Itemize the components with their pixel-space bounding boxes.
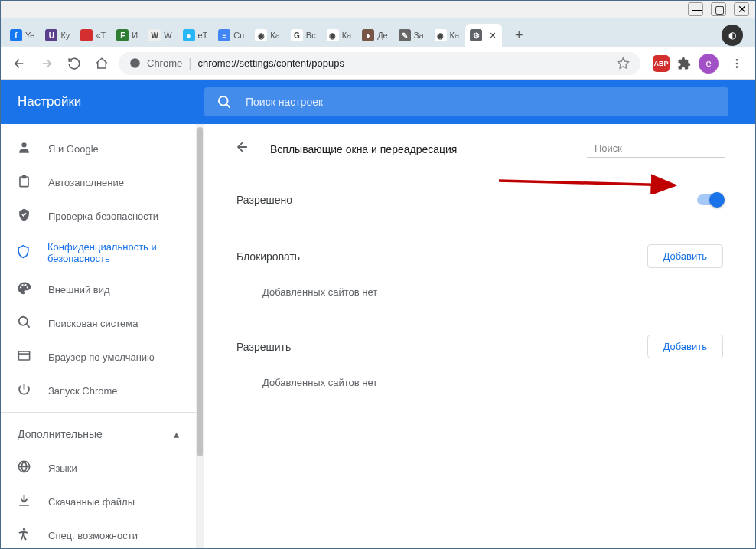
browser-tab[interactable]: FИ	[112, 24, 142, 47]
tab-title: Вс	[306, 31, 316, 40]
tab-title: Ка	[270, 31, 280, 40]
tab-favicon: ⚙	[470, 29, 482, 41]
settings-header: Настройки	[1, 80, 755, 124]
sidebar-scrollbar[interactable]	[197, 124, 204, 549]
shield-check-icon	[16, 208, 31, 224]
block-add-button[interactable]: Добавить	[647, 244, 723, 268]
back-button[interactable]	[8, 53, 30, 74]
browser-tab[interactable]: ⚙×	[465, 24, 502, 47]
sidebar-item[interactable]: Внешний вид	[1, 273, 196, 306]
svg-point-4	[219, 96, 228, 106]
bookmark-star-icon[interactable]	[617, 57, 630, 70]
sidebar-item[interactable]: Языки	[1, 451, 196, 485]
close-window-button[interactable]: ✕	[734, 2, 749, 16]
sidebar-item-label: Проверка безопасности	[48, 211, 158, 222]
tab-title: Ку	[60, 31, 70, 40]
browser-tab[interactable]: ≡Сп	[213, 24, 249, 47]
minimize-button[interactable]: —	[688, 2, 703, 16]
profile-avatar[interactable]: e	[699, 54, 719, 74]
url-origin-label: Chrome	[147, 57, 182, 69]
sidebar-item[interactable]: Я и Google	[1, 132, 196, 165]
person-icon	[16, 140, 31, 157]
browser-tab[interactable]: ◉Ка	[430, 24, 464, 47]
tab-favicon: ◉	[255, 29, 267, 41]
page-back-button[interactable]	[235, 139, 253, 158]
settings-search-box[interactable]	[204, 87, 728, 116]
sidebar-item[interactable]: Скачанные файлы	[1, 485, 196, 518]
block-empty-message: Добавленных сайтов нет	[235, 279, 725, 306]
home-button[interactable]	[91, 53, 112, 74]
sidebar-item-label: Спец. возможности	[48, 530, 138, 541]
browser-tab[interactable]: ✎За	[394, 24, 429, 47]
forward-button[interactable]	[36, 53, 57, 74]
tab-close-icon[interactable]: ×	[488, 29, 497, 41]
tab-favicon: ◉	[327, 29, 339, 41]
settings-sidebar: Я и GoogleАвтозаполнениеПроверка безопас…	[1, 124, 197, 549]
browser-tab[interactable]: UКу	[41, 24, 74, 47]
tab-title: eT	[198, 31, 208, 40]
browser-tab[interactable]: ●eT	[178, 24, 213, 47]
sidebar-item-label: Внешний вид	[48, 284, 110, 296]
globe-icon	[16, 459, 31, 476]
address-bar: Chrome | chrome://settings/content/popup…	[1, 47, 755, 80]
svg-point-3	[736, 66, 738, 68]
tab-favicon: ≡	[218, 29, 230, 41]
new-tab-button[interactable]: +	[508, 25, 530, 46]
tab-favicon: U	[45, 29, 57, 41]
sidebar-item-label: Конфиденциальность и безопасность	[47, 241, 181, 264]
allowed-label: Разрешено	[236, 194, 292, 206]
tab-favicon: ✎	[399, 29, 411, 41]
svg-point-0	[130, 58, 140, 68]
allow-section-title: Разрешить	[236, 341, 291, 353]
browser-tab[interactable]: WW	[144, 24, 176, 47]
page-search-box[interactable]	[587, 141, 725, 158]
maximize-button[interactable]: ▢	[711, 2, 726, 16]
abp-extension-icon[interactable]: ABP	[653, 55, 670, 72]
sidebar-item[interactable]: Поисковая система	[1, 306, 196, 340]
sidebar-item[interactable]: Проверка безопасности	[1, 199, 196, 233]
sidebar-item[interactable]: Запуск Chrome	[1, 374, 196, 407]
tab-favicon: ◉	[435, 29, 447, 41]
page-search-input[interactable]	[595, 142, 723, 154]
window-icon	[16, 348, 31, 365]
sidebar-advanced-toggle[interactable]: Дополнительные▴	[1, 417, 196, 451]
sidebar-item-label: Автозаполнение	[48, 177, 124, 188]
sidebar-item-label: Скачанные файлы	[48, 496, 135, 508]
allow-add-button[interactable]: Добавить	[647, 335, 723, 358]
tab-favicon: W	[148, 29, 161, 41]
sidebar-item[interactable]: Спец. возможности	[1, 518, 196, 549]
reload-button[interactable]	[64, 53, 85, 74]
svg-point-9	[22, 528, 24, 531]
browser-tab[interactable]: GВс	[286, 24, 321, 47]
browser-tab[interactable]: ◉Ка	[322, 24, 357, 47]
sidebar-item[interactable]: Браузер по умолчанию	[1, 340, 196, 374]
url-path: chrome://settings/content/popups	[197, 57, 344, 69]
browser-tab[interactable]: ◉Ка	[250, 24, 285, 47]
sidebar-item-label: Языки	[48, 462, 77, 474]
download-icon	[16, 493, 31, 510]
window-controls: — ▢ ✕	[1, 1, 755, 18]
tab-favicon: f	[10, 29, 22, 41]
settings-search-input[interactable]	[246, 96, 716, 108]
tab-title: И	[132, 31, 138, 40]
browser-tab[interactable]: «Т	[76, 24, 110, 47]
menu-button[interactable]	[726, 53, 748, 74]
popups-allowed-toggle[interactable]	[697, 194, 723, 205]
clipboard-icon	[16, 174, 31, 191]
power-icon	[16, 382, 31, 399]
tab-strip-extension-icon[interactable]: ◐	[722, 25, 743, 46]
sidebar-item-label: Запуск Chrome	[48, 385, 118, 397]
browser-tab[interactable]: fYe	[5, 24, 39, 47]
sidebar-item-label: Поисковая система	[48, 318, 138, 329]
tab-title: За	[414, 31, 424, 40]
extensions-icon[interactable]	[677, 57, 691, 70]
sidebar-item[interactable]: Автозаполнение	[1, 165, 196, 199]
sidebar-item[interactable]: Конфиденциальность и безопасность	[1, 233, 196, 273]
tab-favicon: F	[116, 29, 129, 41]
browser-tab[interactable]: ♦Де	[357, 24, 393, 47]
advanced-label: Дополнительные	[18, 428, 103, 440]
tab-strip: fYeUКу«ТFИWW●eT≡Сп◉КаGВс◉Ка♦Де✎За◉Ка⚙×+ …	[1, 18, 755, 47]
svg-point-6	[18, 317, 27, 325]
url-box[interactable]: Chrome | chrome://settings/content/popup…	[119, 52, 640, 75]
settings-title: Настройки	[18, 94, 194, 109]
